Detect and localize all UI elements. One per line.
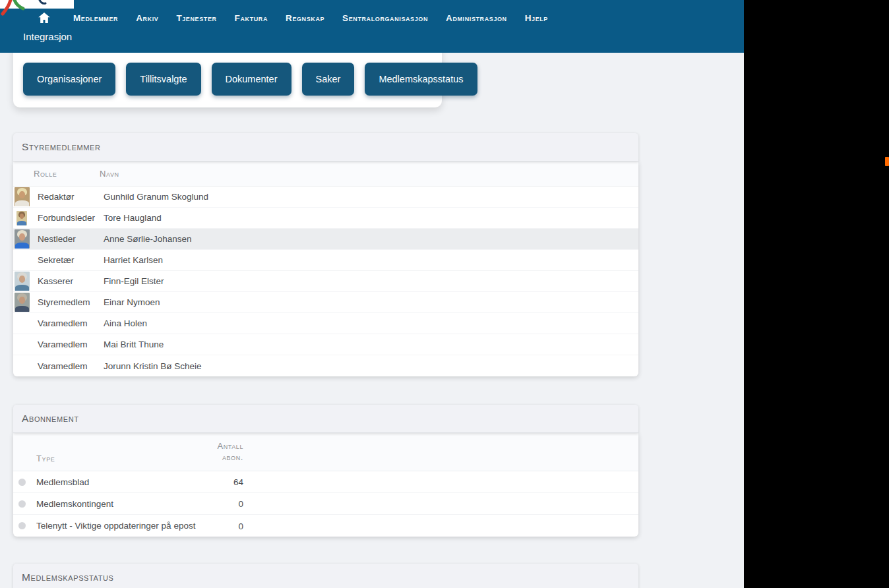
board-members-panel-header: Styremedlemmer xyxy=(13,133,638,162)
nav-item-administrasjon[interactable]: Administrasjon xyxy=(446,13,507,23)
panel-title: Medlemskapsstatus xyxy=(22,572,113,583)
medlemskapsstatus-button[interactable]: Medlemskapsstatus xyxy=(365,63,477,96)
count-cell: 64 xyxy=(13,477,243,487)
table-row[interactable]: Varamedlem Mai Britt Thune xyxy=(13,334,638,355)
tillitsvalgte-button[interactable]: Tillitsvalgte xyxy=(126,63,200,96)
role-cell: Varamedlem xyxy=(38,339,104,349)
table-row[interactable]: Nestleder Anne Sørlie-Johansen xyxy=(13,229,638,250)
column-header-antall-abon: Antall abon. xyxy=(13,440,243,463)
saker-button[interactable]: Saker xyxy=(302,63,355,96)
role-cell: Forbundsleder xyxy=(38,213,104,223)
name-cell: Tore Haugland xyxy=(104,213,162,223)
subscriptions-panel: Abonnement Type Antall abon. Medlemsblad… xyxy=(13,405,638,537)
role-cell: Varamedlem xyxy=(38,318,104,328)
screen-black-region xyxy=(744,0,889,588)
count-cell: 0 xyxy=(13,499,243,509)
avatar xyxy=(16,211,27,225)
membership-status-panel-header: Medlemskapsstatus xyxy=(13,564,638,588)
name-cell: Jorunn Kristin Bø Scheie xyxy=(104,361,202,371)
name-cell: Gunhild Granum Skoglund xyxy=(104,192,208,202)
role-cell: Styremedlem xyxy=(38,297,104,307)
table-row[interactable]: Varamedlem Jorunn Kristin Bø Scheie xyxy=(13,355,638,376)
role-cell: Redaktør xyxy=(38,192,104,202)
top-navigation-bar: Medlemmer Arkiv Tjenester Faktura Regnsk… xyxy=(0,0,744,53)
subscriptions-panel-header: Abonnement xyxy=(13,405,638,433)
dokumenter-button[interactable]: Dokumenter xyxy=(212,63,291,96)
role-cell: Kasserer xyxy=(38,276,104,286)
highlight-marker xyxy=(885,157,889,166)
nav-item-tjenester[interactable]: Tjenester xyxy=(176,13,216,23)
avatar xyxy=(15,293,30,312)
name-cell: Aina Holen xyxy=(104,318,147,328)
count-cell: 0 xyxy=(13,521,243,531)
column-header-rolle: Rolle xyxy=(34,169,100,179)
membership-status-panel: Medlemskapsstatus xyxy=(13,564,638,588)
subscriptions-table: Type Antall abon. Medlemsblad 64 Medlems… xyxy=(13,433,638,537)
quick-actions-card: Organisasjoner Tillitsvalgte Dokumenter … xyxy=(13,45,442,107)
name-cell: Einar Nymoen xyxy=(104,297,160,307)
organisasjoner-button[interactable]: Organisasjoner xyxy=(23,63,115,96)
name-cell: Anne Sørlie-Johansen xyxy=(104,234,192,244)
name-cell: Finn-Egil Elster xyxy=(104,276,164,286)
table-row[interactable]: Forbundsleder Tore Haugland xyxy=(13,208,638,229)
nav-item-integrasjon[interactable]: Integrasjon xyxy=(23,31,72,42)
role-cell: Sekretær xyxy=(38,255,104,265)
home-icon xyxy=(38,13,50,23)
home-button[interactable] xyxy=(33,13,55,23)
panel-title: Abonnement xyxy=(22,413,79,425)
avatar xyxy=(15,187,30,206)
board-members-table: Rolle Navn Redaktør Gunhild Granum Skogl… xyxy=(13,162,638,376)
column-header-navn: Navn xyxy=(100,169,119,179)
avatar xyxy=(15,272,30,291)
table-row[interactable]: Medlemskontingent 0 xyxy=(13,493,638,515)
table-row[interactable]: Telenytt - Viktige oppdateringer på epos… xyxy=(13,515,638,537)
nav-item-medlemmer[interactable]: Medlemmer xyxy=(73,13,118,23)
nav-item-faktura[interactable]: Faktura xyxy=(235,13,268,23)
main-menu: Medlemmer Arkiv Tjenester Faktura Regnsk… xyxy=(33,8,548,28)
avatar xyxy=(15,229,30,249)
name-cell: Mai Britt Thune xyxy=(104,339,164,349)
table-row[interactable]: Redaktør Gunhild Granum Skoglund xyxy=(13,187,638,208)
table-row[interactable]: Kasserer Finn-Egil Elster xyxy=(13,271,638,292)
role-cell: Varamedlem xyxy=(38,361,104,371)
nav-item-sentralorganisasjon[interactable]: Sentralorganisasjon xyxy=(342,13,428,23)
panel-title: Styremedlemmer xyxy=(22,141,101,153)
board-members-panel: Styremedlemmer Rolle Navn Redaktør Gunhi… xyxy=(13,133,638,376)
name-cell: Harriet Karlsen xyxy=(104,255,163,265)
table-row[interactable]: Sekretær Harriet Karlsen xyxy=(13,250,638,271)
table-row[interactable]: Varamedlem Aina Holen xyxy=(13,313,638,334)
table-header-row: Rolle Navn xyxy=(13,162,638,187)
table-row[interactable]: Medlemsblad 64 xyxy=(13,471,638,493)
table-row[interactable]: Styremedlem Einar Nymoen xyxy=(13,292,638,313)
nav-item-hjelp[interactable]: Hjelp xyxy=(525,13,548,23)
nav-item-regnskap[interactable]: Regnskap xyxy=(286,13,324,23)
role-cell: Nestleder xyxy=(38,234,104,244)
table-header-row: Type Antall abon. xyxy=(13,433,638,471)
nav-item-arkiv[interactable]: Arkiv xyxy=(136,13,158,23)
quick-actions-row: Organisasjoner Tillitsvalgte Dokumenter … xyxy=(23,63,477,96)
